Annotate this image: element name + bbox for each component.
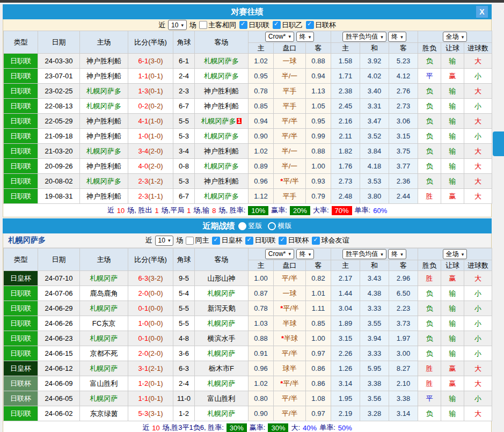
handicap-cell: 半/一 bbox=[274, 69, 306, 84]
league-filter-checkbox[interactable]: 日联杯 bbox=[306, 20, 336, 30]
result-cell: 负 bbox=[418, 129, 441, 144]
away-team: 札幌冈萨 bbox=[195, 406, 249, 421]
away-team: 栃木市F bbox=[195, 361, 249, 376]
crow-home-odds: 0.89 bbox=[249, 159, 274, 174]
score-cell: 2-0(2-0) bbox=[128, 346, 173, 361]
avg-select-2[interactable]: 胜平负均值▾ bbox=[342, 249, 386, 259]
crow-final-select-2[interactable]: 终▾ bbox=[296, 249, 315, 259]
handicap-result-cell: 输 bbox=[441, 286, 464, 301]
crow-select-2[interactable]: Crow*▾ bbox=[265, 249, 294, 259]
league-filter-checkbox[interactable]: 主客相同 bbox=[199, 20, 236, 30]
crow-away-odds: 1.00 bbox=[306, 159, 331, 174]
date-cell: 24-06-02 bbox=[38, 406, 80, 421]
type-badge: 日职联 bbox=[4, 316, 38, 331]
handicap-cell: 球半 bbox=[274, 361, 306, 376]
subcol-handicap-result: 让球 bbox=[441, 260, 464, 271]
crow-away-odds: 0.86 bbox=[306, 376, 331, 391]
league-filter-checkbox[interactable]: 日皇杯 bbox=[212, 236, 242, 245]
league-filter-checkbox[interactable]: 日联杯 bbox=[279, 236, 309, 245]
corner-cell: 5-4 bbox=[173, 286, 195, 301]
win-rate-badge: 30% bbox=[227, 423, 247, 432]
crow-home-odds: 0.85 bbox=[249, 99, 274, 114]
over-rate-value: 40% bbox=[303, 424, 317, 432]
match-count-select[interactable]: 10 ▾ bbox=[168, 20, 187, 30]
fullmatch-select-2[interactable]: 全场▾ bbox=[443, 249, 468, 259]
table-row: 日职联 23-07-01 神户胜利船 1-1(0-1) 2-4 札幌冈萨多 0.… bbox=[4, 69, 492, 84]
crow-home-odds: 0.96 bbox=[249, 174, 274, 189]
handicap-result-cell: 输 bbox=[441, 406, 464, 421]
home-team: 神户胜利船 bbox=[80, 114, 128, 129]
league-filter-checkbox[interactable]: 日职乙 bbox=[273, 20, 303, 30]
date-cell: 24-06-09 bbox=[38, 376, 80, 391]
subcol-crow-home: 主 bbox=[249, 260, 274, 271]
avg-select[interactable]: 胜平负均值▾ bbox=[342, 32, 386, 42]
odd-rate-value: 60% bbox=[373, 207, 387, 215]
type-badge: 日职联 bbox=[4, 286, 38, 301]
home-team: 鹿岛鹿角 bbox=[80, 286, 128, 301]
goals-result-cell: 大 bbox=[464, 54, 492, 69]
crow-home-odds: 0.94 bbox=[249, 114, 274, 129]
handicap-cell: 平/半 bbox=[274, 129, 306, 144]
league-filter-checkbox[interactable]: 球会友谊 bbox=[312, 236, 349, 245]
result-cell: 胜 bbox=[418, 271, 441, 286]
avg-away-odds: 5.23 bbox=[389, 54, 418, 69]
corner-cell: 4-8 bbox=[173, 331, 195, 346]
avg-away-odds: 2.76 bbox=[389, 84, 418, 99]
type-badge: 日职联 bbox=[4, 159, 38, 174]
avg-select-group: 胜平负均值▾ 终▾ bbox=[331, 248, 418, 260]
goals-result-cell: 小 bbox=[464, 99, 492, 114]
subcol-goals: 进球数 bbox=[464, 43, 492, 54]
handicap-result-cell: 输 bbox=[441, 174, 464, 189]
avg-home-odds: 1.82 bbox=[331, 144, 360, 159]
avg-draw-odds: 3.31 bbox=[360, 99, 389, 114]
corner-cell: 2-4 bbox=[173, 69, 195, 84]
date-cell: 24-06-23 bbox=[38, 331, 80, 346]
handicap-result-cell: 输 bbox=[441, 159, 464, 174]
h2h-table: 类型 日期 主场 比分(半场) 角球 客场 Crow*▾ 终▾ 胜平负均值▾ 终… bbox=[3, 31, 492, 204]
league-filter-checkbox[interactable]: 日职联 bbox=[245, 236, 275, 245]
handicap-result-cell: 赢 bbox=[441, 189, 464, 204]
corner-cell: 5-5 bbox=[173, 301, 195, 316]
crow-select[interactable]: Crow*▾ bbox=[265, 32, 294, 42]
h2h-titlebar: 对赛往绩 X bbox=[3, 4, 492, 19]
browser-top-strip bbox=[0, 0, 504, 3]
home-team: 札幌冈萨 bbox=[80, 391, 128, 406]
chevron-down-icon: ▾ bbox=[309, 252, 311, 257]
crow-away-odds: 0.82 bbox=[306, 271, 331, 286]
recent-title: 近期战绩 bbox=[203, 221, 235, 231]
result-cell: 负 bbox=[418, 331, 441, 346]
match-count-select-2[interactable]: 10 ▾ bbox=[155, 236, 174, 246]
league-filter-checkbox[interactable]: 同主 bbox=[186, 236, 209, 245]
avg-draw-odds: 3.47 bbox=[360, 114, 389, 129]
goals-result-cell: 大 bbox=[464, 271, 492, 286]
layout-radio[interactable]: 竖版 bbox=[238, 221, 262, 231]
handicap-cell: 一球 bbox=[274, 54, 306, 69]
away-team: 横滨水手 bbox=[195, 331, 249, 346]
handicap-cell: *平/半 bbox=[274, 376, 306, 391]
table-row: 日皇杯 24-06-12 札幌冈萨 3-1(2-1) 6-3 栃木市F 0.96… bbox=[4, 361, 492, 376]
score-cell: 3-4(2-0) bbox=[128, 144, 173, 159]
close-button[interactable]: X bbox=[476, 6, 488, 18]
avg-final-select-2[interactable]: 终▾ bbox=[388, 249, 406, 259]
side-scroll-tab[interactable] bbox=[493, 131, 504, 156]
date-cell: 24-06-29 bbox=[38, 301, 80, 316]
handicap-cell: 平/半 bbox=[274, 271, 306, 286]
type-badge: 日联杯 bbox=[4, 391, 38, 406]
fullmatch-select[interactable]: 全场▾ bbox=[443, 32, 468, 42]
date-cell: 21-09-18 bbox=[38, 129, 80, 144]
home-team: 札幌冈萨多 bbox=[80, 99, 128, 114]
table-row: 日职联 22-05-29 神户胜利船 4-1(1-0) 5-5 札幌冈萨多1 0… bbox=[4, 114, 492, 129]
type-badge: 日职联 bbox=[4, 301, 38, 316]
result-cell: 负 bbox=[418, 84, 441, 99]
layout-radio[interactable]: 横版 bbox=[268, 221, 292, 231]
chevron-down-icon: ▾ bbox=[462, 34, 464, 40]
result-cell: 负 bbox=[418, 144, 441, 159]
away-team: 山形山神 bbox=[195, 271, 249, 286]
league-filter-checkbox[interactable]: 日职联 bbox=[239, 20, 269, 30]
crow-final-select[interactable]: 终▾ bbox=[296, 32, 315, 42]
away-team: 神户胜利船 bbox=[195, 99, 249, 114]
avg-draw-odds: 3.94 bbox=[360, 331, 389, 346]
chevron-down-icon: ▾ bbox=[181, 23, 184, 28]
avg-final-select[interactable]: 终▾ bbox=[388, 32, 406, 42]
avg-draw-odds: 3.33 bbox=[360, 346, 389, 361]
